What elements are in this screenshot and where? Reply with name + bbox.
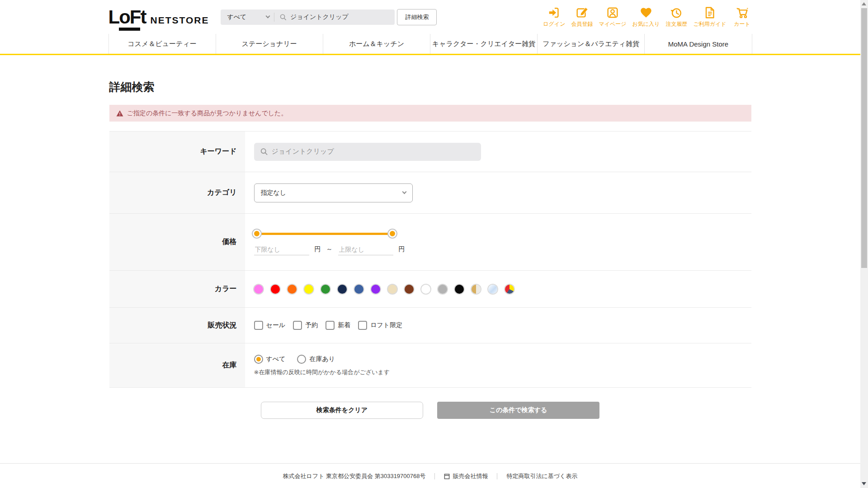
register-link[interactable]: 会員登録 [571, 6, 593, 28]
stock-row: 在庫 すべて 在庫あり ※在庫情報の反映に時間がかかる場合がございます [109, 343, 751, 388]
mypage-icon [606, 6, 619, 19]
nav-item-cosme[interactable]: コスメ＆ビューティー [108, 34, 216, 54]
checkbox-new-arrival[interactable]: 新着 [326, 321, 350, 330]
category-select[interactable]: 指定なし [254, 183, 413, 202]
price-inputs: 円 ～ 円 [254, 245, 751, 255]
footer-link-tokushoho[interactable]: 特定商取引法に基づく表示 [506, 472, 577, 480]
footer-company-text: 株式会社ロフト 東京都公安委員会 第303319700768号 [283, 472, 426, 480]
color-row: カラー [109, 271, 751, 308]
search-form: キーワード カテゴリ 指定なし [109, 131, 751, 388]
nav-item-character[interactable]: キャラクター・クリエイター雑貨 [430, 34, 537, 54]
nav-item-moma[interactable]: MoMA Design Store [644, 34, 752, 54]
footer-link-seller-info[interactable]: 販売会社情報 [444, 472, 488, 480]
checkbox-sale[interactable]: セール [254, 321, 286, 330]
page: LoFt NETSTORE すべて 詳細検索 [0, 0, 860, 488]
warning-icon [116, 110, 123, 117]
price-row: 価格 円 ～ 円 [109, 214, 751, 271]
favorites-link[interactable]: お気に入り [632, 6, 660, 28]
guide-icon [703, 6, 717, 19]
vertical-scrollbar[interactable] [860, 0, 868, 488]
color-swatch-orange[interactable] [288, 285, 297, 294]
price-range-separator: ～ [326, 245, 333, 255]
color-swatch-blue[interactable] [354, 285, 363, 294]
color-swatch-brown[interactable] [405, 285, 414, 294]
checkbox-icon [254, 321, 263, 330]
keyword-input-box [254, 143, 481, 161]
nav-item-fashion[interactable]: ファッション＆バラエティ雑貨 [537, 34, 644, 54]
keyword-label: キーワード [109, 131, 245, 172]
favorites-icon [639, 6, 653, 19]
category-label: カテゴリ [109, 172, 245, 213]
color-swatch-multicolor[interactable] [505, 285, 514, 294]
cart-icon [736, 6, 749, 19]
color-swatch-yellow[interactable] [304, 285, 313, 294]
color-swatch-red[interactable] [271, 285, 280, 294]
color-swatch-purple[interactable] [371, 285, 380, 294]
price-slider-min-handle[interactable] [253, 230, 261, 238]
color-swatch-gray[interactable] [438, 285, 447, 294]
price-max-input[interactable] [338, 245, 393, 255]
color-swatch-black[interactable] [455, 285, 464, 294]
stock-note: ※在庫情報の反映に時間がかかる場合がございます [254, 368, 751, 376]
nav-item-stationery[interactable]: ステーショナリー [216, 34, 323, 54]
color-swatch-navy[interactable] [338, 285, 347, 294]
price-label: 価格 [109, 214, 245, 270]
color-swatch-pink[interactable] [254, 285, 263, 294]
guide-link[interactable]: ご利用ガイド [693, 6, 726, 28]
search-category-select[interactable]: すべて [221, 9, 274, 25]
header-quick-links: ログイン 会員登録 マイページ [543, 6, 752, 28]
main-content: 詳細検索 ご指定の条件に一致する商品が見つかりませんでした。 キーワード [109, 81, 751, 419]
radio-selected-icon [254, 355, 263, 364]
header-search-field [274, 14, 395, 21]
sales-status-label: 販売状況 [109, 308, 245, 343]
radio-stock-all[interactable]: すべて [254, 355, 286, 364]
checkbox-icon [293, 321, 302, 330]
category-row: カテゴリ 指定なし [109, 172, 751, 214]
color-label: カラー [109, 271, 245, 307]
radio-icon [297, 355, 306, 364]
site-header: LoFt NETSTORE すべて 詳細検索 [0, 0, 860, 34]
search-submit-button[interactable]: この条件で検索する [437, 402, 599, 419]
site-footer: 株式会社ロフト 東京都公安委員会 第303319700768号 販売会社情報 特… [0, 463, 860, 480]
price-min-input[interactable] [254, 245, 309, 255]
color-swatch-beige[interactable] [388, 285, 397, 294]
header-search-input[interactable] [290, 14, 389, 21]
nav-item-home-kitchen[interactable]: ホーム＆キッチン [323, 34, 430, 54]
category-nav: コスメ＆ビューティー ステーショナリー ホーム＆キッチン キャラクター・クリエイ… [0, 34, 860, 55]
keyword-input[interactable] [272, 148, 475, 155]
color-swatch-clear[interactable] [488, 285, 497, 294]
color-swatch-white[interactable] [421, 285, 430, 294]
loft-logo-mark: LoFt [108, 8, 146, 27]
advanced-search-button[interactable]: 詳細検索 [397, 9, 437, 25]
scrollbar-down-arrow-icon[interactable] [862, 482, 866, 485]
checkbox-icon [326, 321, 335, 330]
loft-logo[interactable]: LoFt NETSTORE [108, 8, 209, 27]
no-results-alert: ご指定の条件に一致する商品が見つかりませんでした。 [109, 105, 751, 122]
checkbox-icon [358, 321, 367, 330]
price-range-slider [257, 233, 392, 235]
scrollbar-up-arrow-icon[interactable] [862, 2, 866, 5]
color-swatch-gold-silver[interactable] [472, 285, 481, 294]
clear-conditions-button[interactable]: 検索条件をクリア [261, 402, 423, 419]
chevron-down-icon [266, 14, 270, 19]
mypage-link[interactable]: マイページ [599, 6, 626, 28]
checkbox-loft-limited[interactable]: ロフト限定 [358, 321, 402, 330]
checkbox-reservation[interactable]: 予約 [293, 321, 318, 330]
sales-status-row: 販売状況 セール 予約 新着 [109, 308, 751, 343]
login-icon [547, 6, 561, 19]
stock-options: すべて 在庫あり [254, 355, 751, 364]
chevron-down-icon [402, 190, 406, 194]
search-category-value: すべて [227, 13, 246, 21]
stock-label: 在庫 [109, 343, 245, 387]
radio-stock-available[interactable]: 在庫あり [297, 355, 335, 364]
login-link[interactable]: ログイン [543, 6, 565, 28]
color-swatch-green[interactable] [321, 285, 330, 294]
order-history-icon [670, 6, 683, 19]
cart-link[interactable]: カート [732, 6, 752, 28]
netstore-logo-text: NETSTORE [150, 15, 209, 26]
price-slider-max-handle[interactable] [388, 230, 396, 238]
scrollbar-thumb[interactable] [861, 8, 867, 268]
order-history-link[interactable]: 注文履歴 [665, 6, 687, 28]
footer-divider [434, 473, 435, 479]
form-actions: 検索条件をクリア この条件で検索する [109, 402, 751, 419]
